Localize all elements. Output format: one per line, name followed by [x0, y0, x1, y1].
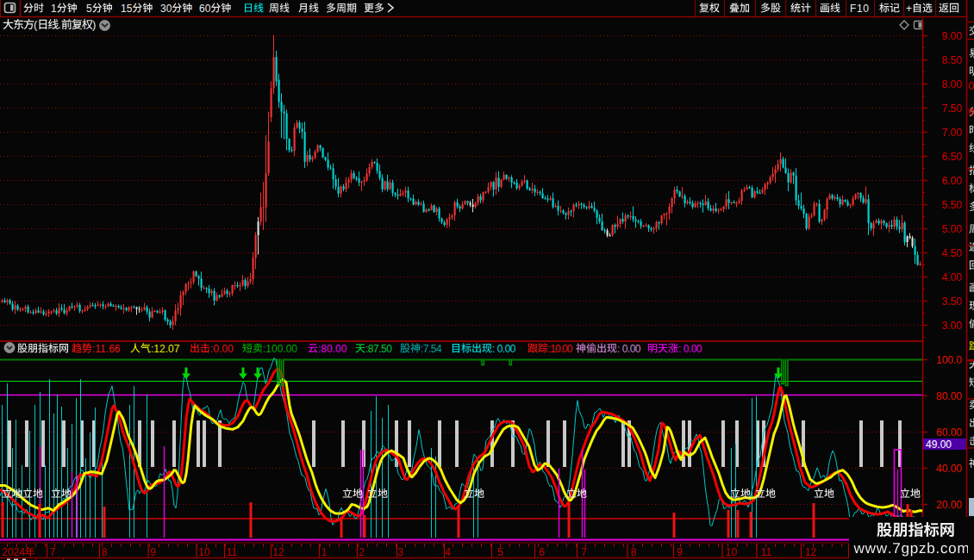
svg-text:1: 1 — [51, 3, 57, 15]
svg-text:8: 8 — [102, 546, 108, 558]
svg-text:6.00: 6.00 — [942, 175, 963, 187]
svg-text:(: ( — [34, 18, 38, 31]
svg-text:49.00: 49.00 — [926, 439, 952, 451]
svg-text:): ) — [92, 18, 96, 31]
svg-text:F10: F10 — [850, 3, 869, 15]
svg-text:4.50: 4.50 — [942, 247, 963, 259]
svg-text::7.54: :7.54 — [421, 343, 442, 355]
svg-text::100.00: :100.00 — [263, 343, 297, 355]
svg-text:5.00: 5.00 — [942, 223, 963, 235]
svg-text::11.66: :11.66 — [92, 343, 121, 355]
svg-text:6: 6 — [539, 546, 545, 558]
svg-text:8: 8 — [631, 546, 637, 558]
svg-text:5.50: 5.50 — [942, 199, 963, 211]
svg-text:8.50: 8.50 — [942, 54, 963, 66]
svg-text:15: 15 — [121, 3, 133, 15]
svg-text:8.00: 8.00 — [942, 78, 963, 90]
svg-text:9: 9 — [150, 546, 156, 558]
svg-text:5: 5 — [497, 546, 503, 558]
svg-text:10: 10 — [726, 546, 738, 558]
svg-text:7.00: 7.00 — [942, 127, 963, 139]
svg-text:5: 5 — [86, 3, 92, 15]
svg-text::80.00: :80.00 — [318, 343, 347, 355]
svg-text:4: 4 — [445, 546, 451, 558]
svg-text:60.00: 60.00 — [936, 426, 962, 439]
svg-text:2: 2 — [359, 546, 365, 558]
svg-text:12: 12 — [805, 546, 817, 558]
svg-text:9: 9 — [677, 546, 683, 558]
svg-text:0.0: 0.0 — [969, 106, 974, 118]
svg-text:6.50: 6.50 — [942, 151, 963, 163]
svg-text:3.00: 3.00 — [942, 320, 963, 332]
svg-text:30: 30 — [160, 3, 172, 15]
svg-text:: 0.00: : 0.00 — [678, 343, 702, 355]
svg-text:2024: 2024 — [2, 546, 25, 558]
svg-text:100.0: 100.0 — [936, 354, 962, 366]
svg-text:4.00: 4.00 — [942, 271, 963, 283]
svg-text:3.50: 3.50 — [942, 296, 963, 308]
svg-text:11: 11 — [227, 546, 238, 558]
svg-text:1: 1 — [322, 546, 328, 558]
svg-text:0.0: 0.0 — [969, 80, 974, 92]
svg-text:80.00: 80.00 — [936, 390, 962, 402]
svg-text:20.00: 20.00 — [936, 499, 962, 511]
svg-text::10.00: :10.00 — [548, 343, 573, 355]
svg-text:10: 10 — [198, 546, 210, 558]
svg-text:60: 60 — [199, 3, 211, 15]
svg-text:7.50: 7.50 — [942, 103, 963, 115]
svg-text:: 0.00: : 0.00 — [617, 343, 641, 355]
svg-text:40.00: 40.00 — [936, 463, 962, 475]
svg-text:7: 7 — [50, 546, 56, 558]
svg-text::12.07: :12.07 — [151, 343, 180, 355]
svg-text:: 0.00: : 0.00 — [492, 343, 516, 355]
svg-text:9.00: 9.00 — [942, 30, 963, 42]
svg-text:12: 12 — [272, 546, 284, 558]
svg-text:.: . — [58, 18, 61, 31]
svg-text:11: 11 — [761, 546, 772, 558]
svg-text::0.00: :0.00 — [210, 343, 234, 355]
svg-text::87.50: :87.50 — [365, 343, 392, 355]
svg-text:+: + — [906, 3, 912, 15]
svg-text:3: 3 — [397, 546, 403, 558]
svg-text:7: 7 — [581, 546, 587, 558]
